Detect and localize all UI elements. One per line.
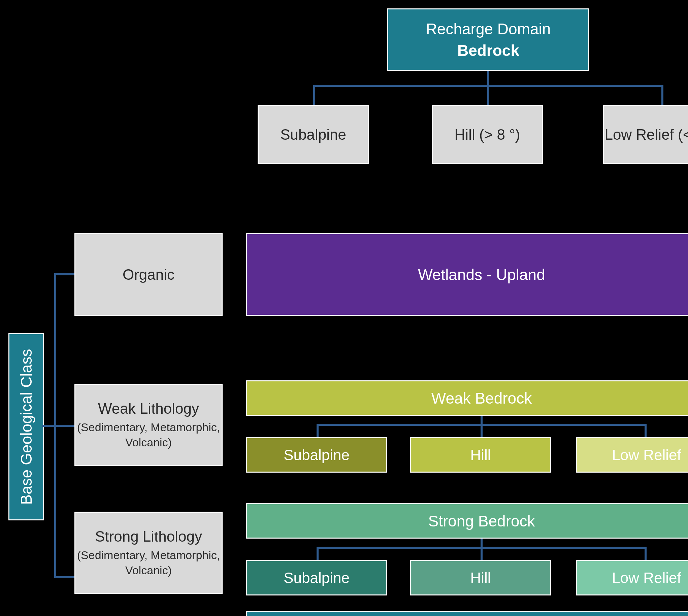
label: Subalpine	[283, 570, 349, 586]
header-subtitle: Recharge Domain	[426, 20, 551, 38]
weak-bedrock-subalpine: Subalpine	[246, 437, 387, 472]
label: Low Relief	[612, 570, 681, 586]
connector	[487, 85, 489, 105]
label: Weak Bedrock	[431, 389, 532, 407]
row-right-weak-bedrock-header: Weak Bedrock	[246, 380, 688, 416]
label: Subalpine	[280, 126, 346, 143]
row-left-organic: Organic	[74, 233, 222, 316]
row-right-strong-bedrock-header: Strong Bedrock	[246, 503, 688, 538]
label: Subalpine	[283, 447, 349, 463]
connector	[661, 85, 663, 105]
label: Hill (> 8 °)	[455, 126, 520, 143]
strong-bedrock-hill: Hill	[410, 560, 551, 595]
connector	[317, 547, 319, 560]
label: Low Relief	[612, 447, 681, 463]
connector	[317, 424, 319, 437]
label: Strong Bedrock	[428, 512, 535, 530]
connector	[313, 85, 315, 105]
connector	[645, 424, 647, 437]
connector	[480, 424, 482, 437]
label: Organic	[123, 266, 174, 283]
connector	[487, 71, 489, 87]
header-child-hill: Hill (> 8 °)	[432, 105, 543, 164]
label: Hill	[470, 570, 491, 586]
connector	[54, 425, 74, 427]
connector	[480, 547, 482, 560]
strong-bedrock-subalpine: Subalpine	[246, 560, 387, 595]
row-left-weak-lithology: Weak Lithology (Sedimentary, Metamorphic…	[74, 384, 222, 466]
label: Strong Lithology	[95, 528, 202, 545]
sublabel: (Sedimentary, Metamorphic, Volcanic)	[76, 548, 221, 577]
label: Hill	[470, 447, 491, 463]
diagram-stage: Recharge Domain Bedrock Subalpine Hill (…	[0, 0, 688, 616]
header-child-lowrelief: Low Relief (< 8 °)	[603, 105, 688, 164]
connector	[54, 273, 74, 276]
footer-check-variants: Check for Variants (go to Step 5)	[246, 611, 688, 616]
strong-bedrock-lowrelief: Low Relief	[576, 560, 688, 595]
sidebar-tab: Base Geological Class	[8, 333, 44, 521]
header-title: Bedrock	[457, 41, 519, 60]
header-child-subalpine: Subalpine	[258, 105, 369, 164]
connector	[54, 576, 74, 578]
connector	[645, 547, 647, 560]
sublabel: (Sedimentary, Metamorphic, Volcanic)	[76, 420, 221, 449]
label: Wetlands - Upland	[418, 266, 545, 284]
label: Low Relief (< 8 °)	[604, 126, 688, 143]
row-left-strong-lithology: Strong Lithology (Sedimentary, Metamorph…	[74, 512, 222, 594]
sidebar-title: Base Geological Class	[17, 349, 35, 505]
row-right-wetlands: Wetlands - Upland	[246, 233, 688, 316]
weak-bedrock-lowrelief: Low Relief	[576, 437, 688, 472]
weak-bedrock-hill: Hill	[410, 437, 551, 472]
label: Weak Lithology	[98, 400, 199, 417]
header-box: Recharge Domain Bedrock	[387, 8, 589, 71]
